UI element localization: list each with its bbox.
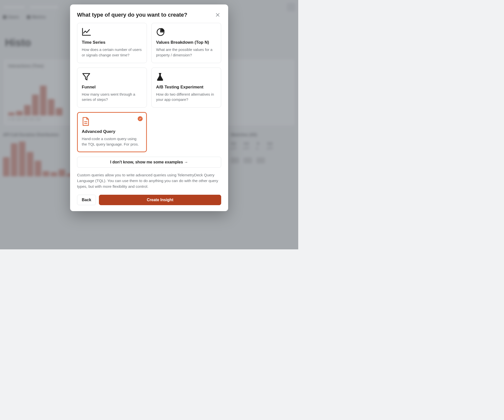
close-button[interactable] bbox=[214, 11, 221, 18]
modal-overlay: What type of query do you want to create… bbox=[0, 0, 298, 249]
selected-check-icon bbox=[138, 116, 143, 121]
funnel-icon bbox=[82, 72, 142, 82]
option-title: A/B Testing Experiment bbox=[156, 85, 216, 90]
query-type-options: Time Series How does a certain number of… bbox=[77, 23, 221, 152]
option-funnel[interactable]: Funnel How many users went through a ser… bbox=[77, 68, 147, 108]
option-desc: How many users went through a series of … bbox=[82, 92, 142, 103]
show-examples-button[interactable]: I don't know, show me some examples → bbox=[77, 157, 221, 168]
line-chart-icon bbox=[82, 28, 142, 37]
option-advanced-query[interactable]: Advanced Query Hand-code a custom query … bbox=[77, 112, 147, 152]
option-ab-testing[interactable]: A/B Testing Experiment How do two differ… bbox=[151, 68, 221, 108]
modal-title: What type of query do you want to create… bbox=[77, 12, 187, 18]
create-insight-button[interactable]: Create Insight bbox=[99, 195, 221, 205]
option-title: Time Series bbox=[82, 40, 142, 45]
option-time-series[interactable]: Time Series How does a certain number of… bbox=[77, 23, 147, 63]
create-query-modal: What type of query do you want to create… bbox=[70, 4, 228, 211]
modal-footer: Back Create Insight bbox=[77, 195, 221, 205]
option-desc: What are the possible values for a prope… bbox=[156, 47, 216, 58]
option-desc: How does a certain number of users or si… bbox=[82, 47, 142, 58]
selection-explanation: Custom queries allow you to write advanc… bbox=[77, 172, 221, 190]
option-title: Funnel bbox=[82, 85, 142, 90]
pie-chart-icon bbox=[156, 28, 216, 37]
close-icon bbox=[215, 12, 220, 17]
option-title: Values Breakdown (Top N) bbox=[156, 40, 216, 45]
document-icon bbox=[82, 117, 142, 126]
option-desc: How do two different alternatives in you… bbox=[156, 92, 216, 103]
option-title: Advanced Query bbox=[82, 129, 142, 134]
option-values-breakdown[interactable]: Values Breakdown (Top N) What are the po… bbox=[151, 23, 221, 63]
option-desc: Hand-code a custom query using the TQL q… bbox=[82, 136, 142, 147]
flask-icon bbox=[156, 72, 216, 82]
back-button[interactable]: Back bbox=[77, 195, 96, 205]
